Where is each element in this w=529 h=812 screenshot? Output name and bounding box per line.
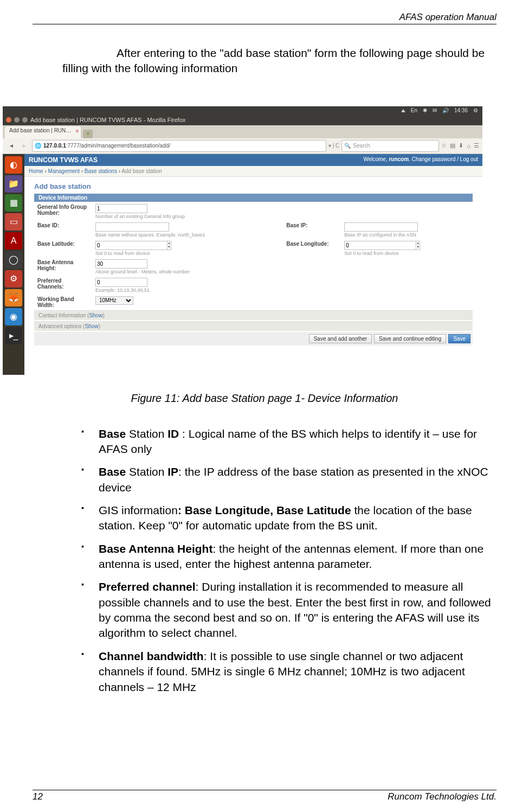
- figure-caption: Figure 11: Add base Station page 1- Devi…: [33, 392, 496, 405]
- footer-rule: [33, 790, 496, 790]
- launcher-app-icon[interactable]: A: [5, 232, 22, 250]
- launcher-firefox-icon[interactable]: 🦊: [5, 289, 22, 306]
- form-title: Add base station: [34, 182, 473, 190]
- unity-launcher: ◐ 📁 ▦ ▭ A ◯ ⚙ 🦊 ◉ ▸_: [3, 154, 24, 375]
- globe-icon: 🌐: [35, 143, 41, 149]
- label-bandwidth: Working Band Width:: [34, 294, 92, 309]
- spec-item: Channel bandwidth: It is possible to use…: [81, 649, 496, 695]
- panel-clock: 14:36: [454, 107, 468, 113]
- minimize-icon[interactable]: [14, 117, 20, 123]
- tab-label: Add base station | RUN…: [9, 127, 71, 133]
- back-button[interactable]: ◄: [6, 140, 17, 151]
- label-base-ip: Base IP:: [283, 220, 341, 239]
- spec-item: Base Station ID : Logical name of the BS…: [81, 426, 496, 457]
- new-tab-button[interactable]: +: [83, 130, 93, 138]
- top-rule: [33, 24, 496, 24]
- spec-item: Preferred channel: During installation i…: [81, 579, 496, 641]
- help-general-info: Number of an existing General Info group: [95, 214, 185, 219]
- help-antenna-height: Above ground level - Meters, whole numbe…: [95, 269, 190, 274]
- spec-item: Base Antenna Height: the height of the a…: [81, 541, 496, 572]
- browser-search-field[interactable]: 🔍 Search: [341, 140, 439, 152]
- section-contact-collapsed[interactable]: Contact Information (Show): [34, 310, 473, 320]
- section-header-device: Device Information: [34, 194, 473, 202]
- save-add-another-button[interactable]: Save and add another: [309, 334, 372, 343]
- help-base-lon: Set 0 to read from device: [344, 251, 399, 256]
- panel-gear-icon: ⚙: [473, 107, 478, 113]
- input-base-id[interactable]: [95, 222, 169, 232]
- window-titlebar: Add base station | RUNCOM TVWS AFAS - Mo…: [3, 115, 482, 125]
- window-title: Add base station | RUNCOM TVWS AFAS - Mo…: [30, 117, 185, 123]
- os-top-panel: En ✱ ✉ 🔊 14:36 ⚙: [3, 106, 482, 115]
- app-usermenu[interactable]: Welcome, runcom. Change password / Log o…: [363, 156, 478, 164]
- section-advanced-collapsed[interactable]: Advanced options (Show): [34, 321, 473, 331]
- input-base-lon[interactable]: ▲▼: [344, 241, 390, 250]
- spec-item: Base Station IP: the IP address of the b…: [81, 464, 496, 495]
- embedded-screenshot: En ✱ ✉ 🔊 14:36 ⚙ Add base station | RUNC…: [3, 106, 482, 375]
- browser-address-bar: ◄ ► 🌐 127.0.0.1:7777/admin/management/ba…: [3, 138, 482, 154]
- breadcrumb-link[interactable]: Home: [29, 168, 43, 174]
- panel-indicator-icon: [401, 109, 405, 112]
- bookmark-icon[interactable]: ☆: [441, 142, 447, 149]
- help-base-ip: Base IP as configured in the ASN: [344, 232, 416, 238]
- label-pref-channels: Preferred Channels:: [34, 276, 92, 294]
- launcher-eclipse-icon[interactable]: ◯: [5, 251, 22, 268]
- menu-icon[interactable]: ☰: [474, 142, 479, 149]
- input-base-ip[interactable]: [344, 222, 418, 232]
- footer-company: Runcom Technologies Ltd.: [388, 791, 496, 802]
- page-footer: 12 Runcom Technologies Ltd.: [33, 791, 496, 802]
- feed-icon[interactable]: ▤: [450, 142, 455, 149]
- save-button[interactable]: Save: [448, 334, 470, 343]
- close-icon[interactable]: [6, 117, 11, 123]
- label-base-lat: Base Latitude:: [34, 239, 92, 257]
- page-number: 12: [33, 791, 43, 802]
- label-base-id: Base ID:: [34, 220, 92, 239]
- breadcrumb-link[interactable]: Management: [48, 168, 80, 174]
- launcher-impress-icon[interactable]: ▭: [5, 213, 22, 231]
- input-base-lat[interactable]: ▲▼: [95, 241, 141, 250]
- running-head: AFAS operation Manual: [33, 12, 496, 23]
- help-base-lat: Set 0 to read from device: [95, 251, 150, 256]
- save-continue-button[interactable]: Save and continue editing: [374, 334, 446, 343]
- spec-list: Base Station ID : Logical name of the BS…: [33, 426, 496, 702]
- launcher-terminal-icon[interactable]: ▸_: [5, 327, 22, 344]
- home-icon[interactable]: ⌂: [467, 143, 470, 149]
- breadcrumb-current: Add base station: [121, 168, 162, 174]
- launcher-calc-icon[interactable]: ▦: [5, 194, 22, 212]
- launcher-dash-icon[interactable]: ◐: [5, 156, 22, 174]
- panel-bt-icon: ✱: [423, 107, 427, 113]
- form-actions: Save and add another Save and continue e…: [34, 332, 473, 346]
- url-field[interactable]: 🌐 127.0.0.1:7777/admin/management/basest…: [32, 140, 326, 152]
- browser-tab[interactable]: Add base station | RUN… ×: [5, 126, 81, 138]
- intro-paragraph: After entering to the "add base station"…: [33, 46, 496, 76]
- forward-button[interactable]: ►: [19, 140, 30, 151]
- search-icon: 🔍: [344, 143, 351, 149]
- download-icon[interactable]: ⬇: [459, 142, 463, 149]
- help-base-id: Base name without spaces. Example: north…: [95, 232, 205, 238]
- tab-close-icon[interactable]: ×: [75, 128, 79, 134]
- breadcrumb-link[interactable]: Base stations: [85, 168, 117, 174]
- panel-mail-icon: ✉: [433, 107, 437, 113]
- panel-lang-icon: En: [411, 107, 417, 113]
- panel-sound-icon: 🔊: [442, 107, 449, 113]
- maximize-icon[interactable]: [22, 117, 28, 123]
- input-general-info[interactable]: [95, 204, 147, 213]
- browser-tabstrip: Add base station | RUN… × +: [3, 125, 482, 138]
- launcher-files-icon[interactable]: 📁: [5, 175, 22, 193]
- breadcrumb: Home › Management › Base stations › Add …: [24, 166, 482, 177]
- launcher-settings-icon[interactable]: ⚙: [5, 270, 22, 287]
- spec-item: GIS information: Base Longitude, Base La…: [81, 503, 496, 534]
- launcher-chromium-icon[interactable]: ◉: [5, 308, 22, 325]
- label-base-lon: Base Longitude:: [283, 239, 341, 257]
- app-header: RUNCOM TVWS AFAS Welcome, runcom. Change…: [24, 154, 482, 166]
- select-bandwidth[interactable]: 10MHz: [95, 296, 133, 305]
- input-antenna-height[interactable]: [95, 259, 147, 268]
- label-general-info: General Info Group Number:: [34, 202, 92, 220]
- help-pref-channels: Example: 10,19,30,40,51: [95, 287, 150, 293]
- input-pref-channels[interactable]: [95, 278, 147, 287]
- app-brand: RUNCOM TVWS AFAS: [29, 156, 98, 164]
- label-antenna-height: Base Antenna Height:: [34, 257, 92, 276]
